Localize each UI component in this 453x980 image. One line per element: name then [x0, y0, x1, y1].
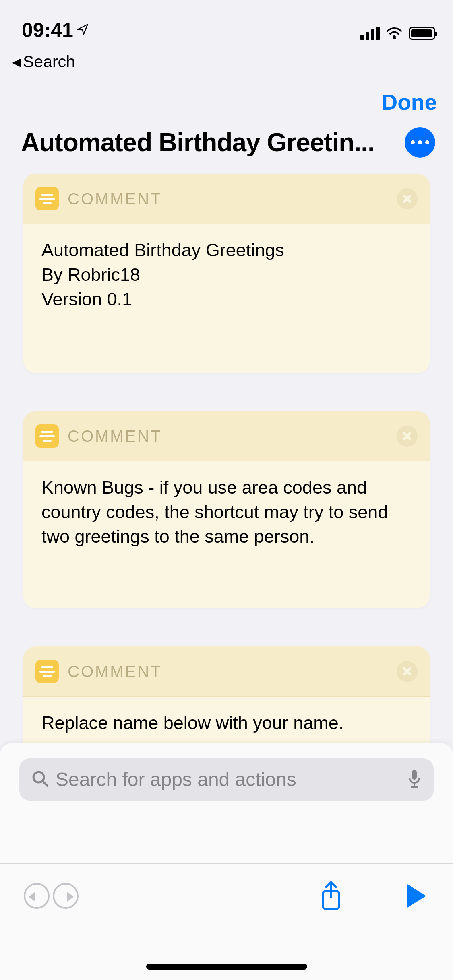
play-icon: [407, 884, 426, 908]
action-card-header: COMMENT: [23, 174, 430, 224]
action-type-label: COMMENT: [68, 663, 388, 681]
back-label: Search: [23, 52, 75, 71]
battery-icon: [409, 27, 435, 40]
done-button[interactable]: Done: [382, 89, 437, 115]
svg-point-0: [393, 35, 396, 39]
home-indicator[interactable]: [146, 964, 307, 970]
comment-icon: [35, 187, 59, 210]
more-options-button[interactable]: [405, 127, 435, 158]
action-type-label: COMMENT: [68, 427, 388, 445]
comment-icon: [35, 660, 59, 683]
microphone-icon[interactable]: [407, 769, 422, 790]
redo-button[interactable]: [51, 881, 80, 910]
svg-rect-3: [412, 770, 417, 780]
comment-text[interactable]: Automated Birthday Greetings By Robric18…: [23, 224, 430, 373]
action-card-header: COMMENT: [23, 646, 430, 697]
shortcut-title[interactable]: Automated Birthday Greetin...: [21, 128, 397, 157]
status-time: 09:41: [22, 19, 73, 42]
undo-icon: [24, 883, 50, 909]
search-placeholder: Search for apps and actions: [56, 768, 401, 791]
editor-toolbar: [0, 863, 453, 928]
location-arrow-icon: [77, 23, 89, 37]
redo-icon: [53, 883, 79, 909]
action-card-header: COMMENT: [23, 411, 430, 461]
delete-action-button[interactable]: [397, 426, 418, 447]
share-button[interactable]: [316, 881, 345, 910]
undo-button[interactable]: [22, 881, 51, 910]
run-button[interactable]: [402, 881, 431, 910]
back-to-search[interactable]: ◀ Search: [0, 52, 453, 83]
svg-line-2: [43, 781, 48, 786]
cellular-icon: [360, 27, 380, 40]
bottom-panel: Search for apps and actions: [0, 743, 453, 980]
status-bar: 09:41: [0, 0, 453, 52]
action-type-label: COMMENT: [68, 190, 388, 208]
comment-icon: [35, 424, 59, 448]
delete-action-button[interactable]: [397, 188, 418, 209]
comment-text[interactable]: Known Bugs - if you use area codes and c…: [23, 461, 430, 608]
back-chevron-icon: ◀: [12, 56, 21, 68]
delete-action-button[interactable]: [397, 661, 418, 682]
search-input[interactable]: Search for apps and actions: [19, 758, 434, 801]
search-icon: [31, 770, 49, 789]
wifi-icon: [385, 26, 403, 41]
share-icon: [319, 881, 343, 911]
action-card[interactable]: COMMENT Automated Birthday Greetings By …: [23, 174, 430, 373]
actions-list: COMMENT Automated Birthday Greetings By …: [0, 174, 453, 795]
action-card[interactable]: COMMENT Known Bugs - if you use area cod…: [23, 411, 430, 608]
